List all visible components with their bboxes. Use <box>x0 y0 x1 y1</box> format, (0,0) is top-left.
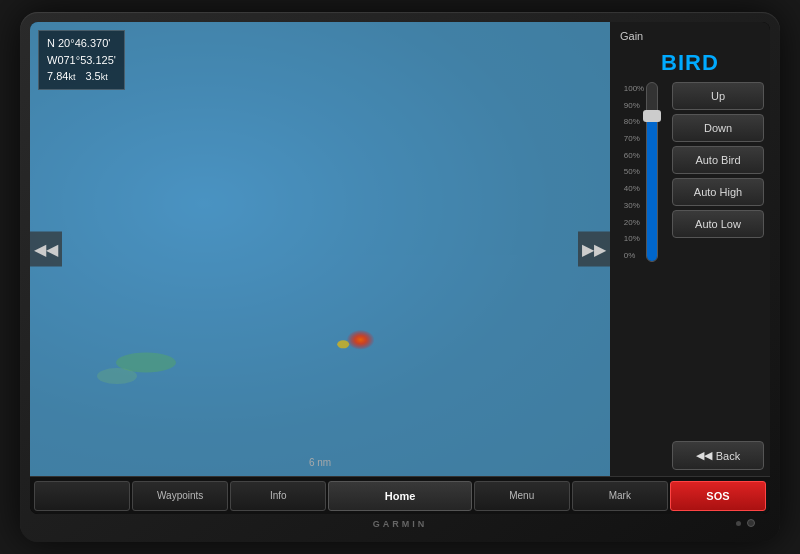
auto-low-button[interactable]: Auto Low <box>672 210 764 238</box>
device-footer: GARMIN <box>30 514 770 532</box>
gain-slider-fill <box>647 119 657 261</box>
main-display: N 20°46.370' W071°53.125' 7.84kt 3.5kt 6… <box>30 22 770 476</box>
svg-point-2 <box>97 368 137 384</box>
gps-overlay: N 20°46.370' W071°53.125' 7.84kt 3.5kt <box>38 30 125 90</box>
svg-rect-0 <box>30 22 610 476</box>
screen: N 20°46.370' W071°53.125' 7.84kt 3.5kt 6… <box>30 22 770 514</box>
up-button[interactable]: Up <box>672 82 764 110</box>
scale-indicator: 6 nm <box>309 457 331 468</box>
nav-empty[interactable] <box>34 481 130 511</box>
device-frame: N 20°46.370' W071°53.125' 7.84kt 3.5kt 6… <box>20 12 780 542</box>
svg-point-3 <box>347 330 375 350</box>
auto-high-button[interactable]: Auto High <box>672 178 764 206</box>
gain-buttons: Up Down Auto Bird Auto High Auto Low ◀◀ … <box>672 82 764 470</box>
radar-static-svg <box>30 22 610 476</box>
right-panel: Gain BIRD 100% 90% 80% 70% 60% 50% <box>610 22 770 476</box>
svg-point-4 <box>337 340 349 348</box>
brand-logo: GARMIN <box>373 516 428 530</box>
sos-button[interactable]: SOS <box>670 481 766 511</box>
info-button[interactable]: Info <box>230 481 326 511</box>
down-button[interactable]: Down <box>672 114 764 142</box>
back-icon: ◀◀ <box>696 449 712 462</box>
gps-lon: W071°53.125' <box>47 52 116 69</box>
gain-slider-area: 100% 90% 80% 70% 60% 50% 40% 30% 20% 10% <box>616 82 666 470</box>
home-button[interactable]: Home <box>328 481 471 511</box>
bottom-nav: Waypoints Info Home Menu Mark SOS <box>30 476 770 514</box>
power-indicator <box>747 519 755 527</box>
waypoints-button[interactable]: Waypoints <box>132 481 228 511</box>
indicator-dot <box>736 521 741 526</box>
gps-lat: N 20°46.370' <box>47 35 116 52</box>
menu-button[interactable]: Menu <box>474 481 570 511</box>
slider-labels: 100% 90% 80% 70% 60% 50% 40% 30% 20% 10% <box>624 82 644 262</box>
radar-view: N 20°46.370' W071°53.125' 7.84kt 3.5kt 6… <box>30 22 610 476</box>
back-button[interactable]: ◀◀ Back <box>672 441 764 470</box>
device-indicators <box>736 519 755 527</box>
gain-slider-track[interactable] <box>646 82 658 262</box>
gain-slider-thumb[interactable] <box>643 110 661 122</box>
back-label: Back <box>716 450 740 462</box>
arrow-right[interactable]: ▶▶ <box>578 232 610 267</box>
auto-bird-button[interactable]: Auto Bird <box>672 146 764 174</box>
arrow-left[interactable]: ◀◀ <box>30 232 62 267</box>
slider-wrapper: 100% 90% 80% 70% 60% 50% 40% 30% 20% 10% <box>624 82 658 262</box>
gain-controls: 100% 90% 80% 70% 60% 50% 40% 30% 20% 10% <box>616 82 764 470</box>
panel-title: Gain <box>616 28 764 44</box>
gps-speed1: 7.84kt <box>47 68 75 85</box>
mark-button[interactable]: Mark <box>572 481 668 511</box>
gps-speed2: 3.5kt <box>85 68 107 85</box>
panel-mode: BIRD <box>616 48 764 78</box>
